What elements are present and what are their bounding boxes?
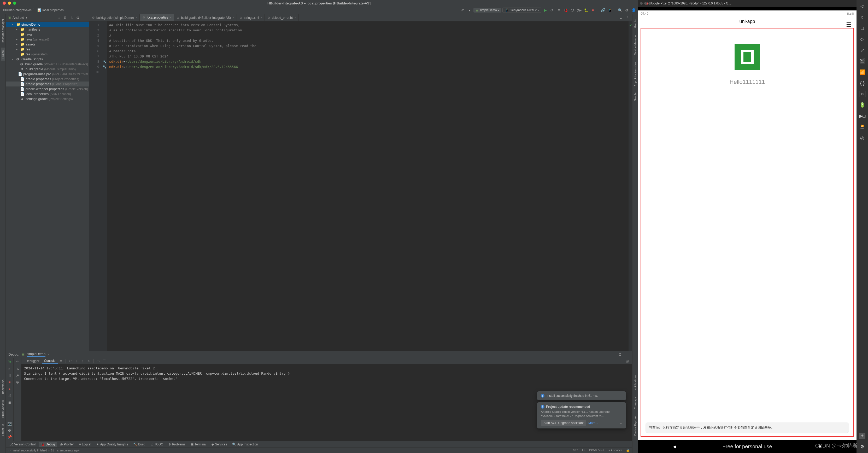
tool-windows-icon[interactable]: ▭ [8, 449, 11, 452]
tree-item[interactable]: ▸ 📁 manifests [6, 27, 89, 32]
nav-back-icon[interactable]: ↶ [460, 7, 466, 13]
emu-gps-icon[interactable]: 📶GPS [859, 124, 865, 130]
todo-tab[interactable]: ☑ TODO [148, 442, 165, 447]
console-action-5[interactable]: ▭ [95, 358, 101, 364]
pin-icon[interactable]: 📌 [7, 434, 12, 440]
window-zoom-button[interactable] [13, 2, 16, 5]
search-icon[interactable]: 🔍 [617, 7, 623, 13]
debugger-subtab[interactable]: Debugger [24, 358, 41, 364]
hide-panel-icon[interactable]: — [81, 15, 87, 21]
chevron-down-icon[interactable]: ⌄ [620, 421, 622, 425]
nav-recents-button[interactable]: ■ [819, 444, 822, 449]
emu-home-icon[interactable]: ○ [859, 14, 865, 20]
emu-braces-icon[interactable]: { } [859, 80, 865, 86]
editor-tab[interactable]: ⚙build.gradle (:simpleDemo)× [89, 14, 140, 21]
nav-back-button[interactable]: ◀ [673, 444, 676, 449]
editor-tab[interactable]: ⚙local.properties× [140, 14, 174, 21]
debug-tab[interactable]: 🐞 Debug [39, 442, 57, 447]
collapse-all-icon[interactable]: ⥮ [69, 15, 74, 21]
resume-icon[interactable]: ⏯ [7, 366, 12, 371]
readonly-lock-icon[interactable]: 🔒 [626, 449, 629, 452]
debug-config-name[interactable]: simpleDemo [27, 352, 45, 357]
device-explorer-tab[interactable]: Device Explorer [633, 413, 638, 438]
emu-id-icon[interactable]: ID [859, 91, 865, 97]
project-tree[interactable]: ▾ 📁 simpleDemo ▸ 📁 manifests 📁 java ▸ 📁 … [6, 22, 89, 351]
panel-settings-icon[interactable]: ⚙ [75, 15, 81, 21]
tree-item[interactable]: ⚙ settings.gradle (Project Settings) [6, 96, 89, 101]
tree-item[interactable]: 📄 gradle.properties (Global Properties) [6, 82, 89, 87]
window-minimize-button[interactable] [8, 2, 11, 5]
editor-tab[interactable]: ⚙dcloud_error.ht× [265, 14, 299, 21]
expand-all-icon[interactable]: ⇵ [62, 15, 68, 21]
rerun-icon[interactable]: ↻ [7, 359, 12, 365]
tree-item[interactable]: 📄 local.properties (SDK Location) [6, 91, 89, 96]
trash-icon[interactable]: 🗑 [7, 400, 12, 405]
bookmarks-tab[interactable]: Bookmarks [1, 378, 5, 396]
debug-hide-icon[interactable]: — [624, 352, 629, 357]
terminal-tab[interactable]: ▣ Terminal [189, 442, 208, 447]
device-manager-tab[interactable]: Device Manager [633, 32, 638, 57]
emu-fingerprint-icon[interactable]: ◎ [859, 135, 865, 141]
console-action-4[interactable]: ↻ [86, 358, 92, 364]
tree-item[interactable]: ▾ ⚙ Gradle Scripts [6, 57, 89, 62]
apply-changes-icon[interactable]: ⟳ [549, 7, 555, 13]
select-opened-file-icon[interactable]: ⊙ [56, 15, 62, 21]
breadcrumb[interactable]: HBuilder-Integrate-AS 〉 📊 local.properti… [2, 8, 64, 12]
logcat-tab[interactable]: ≡ Logcat [77, 442, 93, 447]
file-encoding[interactable]: ISO-8859-1 [589, 449, 604, 452]
build-tab[interactable]: 🔨 Build [131, 442, 147, 447]
notification-install[interactable]: i Install successfully finished in 61 ms… [537, 391, 626, 400]
debug-button[interactable]: 🐞 [563, 7, 568, 13]
gemini-tab[interactable]: Gemini [633, 17, 638, 30]
stop-button[interactable]: ■ [590, 7, 596, 13]
console-subtab[interactable]: Console [42, 358, 58, 364]
close-tab-icon[interactable]: × [170, 16, 171, 19]
emu-fullscreen-icon[interactable]: ⤢ [859, 47, 865, 53]
project-tab[interactable]: Project [1, 48, 5, 61]
breakpoints-icon[interactable]: ● [7, 386, 12, 392]
tree-item[interactable]: ▾ 📁 simpleDemo [6, 22, 89, 27]
emu-wifi-icon[interactable]: 📶 [859, 69, 865, 75]
editor-content[interactable]: 12345678910 🔧 🔧 ## This file must *NOT* … [89, 22, 632, 351]
pause-icon[interactable]: ⏸ [7, 372, 12, 378]
run-configuration-select[interactable]: ▣ simpleDemo ▾ [473, 8, 501, 12]
device-select[interactable]: 📱 Genymobile Pixel 2 ▾ [502, 7, 541, 13]
line-separator[interactable]: LF [582, 449, 585, 452]
editor-tab[interactable]: ⚙build.gradle (HBuilder-Integrate-AS)× [174, 14, 237, 21]
inspection-ok-icon[interactable]: ✔ [629, 23, 632, 28]
tree-item[interactable]: ▸ 📁 java (generated) [6, 37, 89, 42]
breadcrumb-file[interactable]: local.properties [42, 8, 63, 12]
attach-debugger-icon[interactable]: 🐛 [583, 7, 589, 13]
step-into-icon[interactable]: ↘ [14, 366, 20, 371]
hamburger-icon[interactable]: ☰ [846, 22, 851, 28]
start-agp-upgrade-button[interactable]: Start AGP Upgrade Assistant [541, 420, 586, 426]
close-tab-icon[interactable]: × [294, 16, 296, 19]
tabs-dropdown-icon[interactable]: ⌄ [618, 15, 624, 21]
profile-icon[interactable]: ◔▾ [576, 7, 582, 13]
tree-item[interactable]: 📁 res (generated) [6, 52, 89, 57]
console-layout-icon[interactable]: ⊞ [624, 358, 630, 364]
step-over-icon[interactable]: ↷ [14, 359, 20, 365]
notification-more-link[interactable]: More ▾ [588, 421, 598, 425]
editor-tab[interactable]: ⚙strings.xml× [237, 14, 265, 21]
emu-settings-icon[interactable]: ⚙ [859, 444, 865, 450]
app-quality-tab[interactable]: ✦ App Quality Insights [94, 442, 130, 447]
close-tab-icon[interactable]: × [260, 16, 262, 19]
coverage-icon[interactable]: ⬡ [569, 7, 575, 13]
emu-video-icon[interactable]: ▶□ [859, 113, 865, 119]
mute-bp-icon[interactable]: ⊘ [14, 379, 20, 385]
more-actions-icon[interactable]: ≡ [58, 358, 64, 364]
tool-settings-icon[interactable]: ⚙ [7, 427, 12, 433]
tree-item[interactable]: 📁 java [6, 32, 89, 37]
tree-item[interactable]: 📄 gradle.properties (Project Properties) [6, 77, 89, 82]
phone-screen[interactable]: ☰ 09:45 ▮◢ ▯ uni-app Hello1111111 当前应用运行… [638, 10, 857, 440]
sync-gradle-icon[interactable]: 🔗 [600, 7, 606, 13]
layout-settings-icon[interactable]: 🖨 [7, 393, 12, 399]
editor-tabs[interactable]: ⚙build.gradle (:simpleDemo)×⚙local.prope… [89, 14, 632, 22]
services-tab[interactable]: ◆ Services [210, 442, 229, 447]
profiler-tab[interactable]: ◔ Profiler [58, 442, 76, 447]
emu-rotate-icon[interactable]: ◇ [859, 36, 865, 42]
emu-battery-icon[interactable]: 🔋 [859, 102, 865, 108]
project-view-dropdown[interactable]: Android [12, 16, 24, 20]
camera-icon[interactable]: 📷 [7, 421, 12, 426]
